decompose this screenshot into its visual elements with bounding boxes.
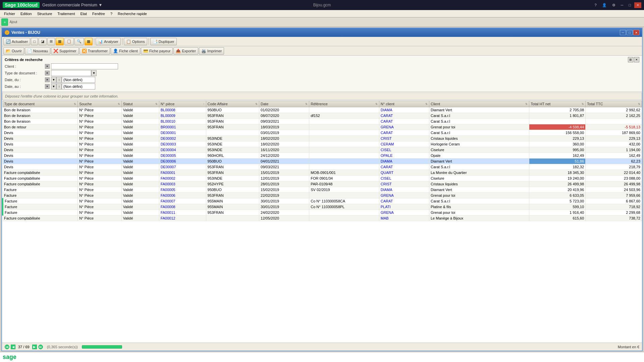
table-row[interactable]: Bon de livraisonN° PièceValidéBL00008950… <box>3 107 642 113</box>
piece-link[interactable]: DE00006 <box>161 159 176 163</box>
table-row[interactable]: DevisN° PièceValidéDE00005960HORL24/12/2… <box>3 153 642 159</box>
menu-structure[interactable]: Structure <box>35 11 55 16</box>
client-link[interactable]: CISEL <box>381 176 391 180</box>
col-header-npiece[interactable]: N° pièce↑ <box>159 101 206 107</box>
supprimer-btn[interactable]: ❌ Supprimer <box>51 47 79 55</box>
client-link[interactable]: OPALE <box>381 154 393 158</box>
client-link[interactable]: GRENA <box>381 193 394 197</box>
maximize-btn[interactable]: □ <box>627 2 633 8</box>
client-link[interactable]: MAB <box>381 216 389 220</box>
piece-link[interactable]: BL00009 <box>161 114 175 118</box>
client-link[interactable]: CERAM <box>381 142 394 146</box>
view-btn4[interactable]: ▦ <box>56 38 64 45</box>
table-row[interactable]: DevisN° PièceValidéDE0000103/01/2019CARA… <box>3 130 642 136</box>
col-header-ttc[interactable]: Total TTC⇅ <box>586 101 642 107</box>
table-row[interactable]: FactureN° PièceValidéFA00007955MAIN30/01… <box>3 198 642 204</box>
client-link[interactable]: CISEL <box>381 148 391 152</box>
dock-btn[interactable]: ⊞ <box>628 57 633 62</box>
col-header-client[interactable]: Client⇅ <box>429 101 529 107</box>
menu-edition[interactable]: Edition <box>18 11 35 16</box>
criteria-type-dropdown[interactable]: ▼ <box>91 70 97 76</box>
client-link[interactable]: QUART <box>381 171 393 175</box>
table-row[interactable]: Bon de livraisonN° PièceValidéBL00010953… <box>3 119 642 124</box>
nav-prev-btn[interactable]: ◀ <box>11 345 15 349</box>
criteria-date-from-clear[interactable]: ✕ <box>45 77 50 82</box>
piece-link[interactable]: FA00007 <box>161 199 175 203</box>
piece-link[interactable]: FA00003 <box>161 182 175 186</box>
win-minimize-btn[interactable]: ─ <box>620 30 626 35</box>
table-row[interactable]: Bon de livraisonN° PièceValidéBL00009953… <box>3 113 642 119</box>
col-header-souche[interactable]: Souche⇅ <box>78 101 122 107</box>
add-btn[interactable]: + <box>1 18 8 26</box>
table-row[interactable]: Facture comptabiliséeN° PièceValidéFA000… <box>3 216 642 221</box>
piece-link[interactable]: FA00002 <box>161 176 175 180</box>
piece-link[interactable]: BR00001 <box>161 125 176 129</box>
transformer-btn[interactable]: 🔀 Transformer <box>79 47 110 55</box>
menu-traitement[interactable]: Traitement <box>55 11 77 16</box>
imprimer-btn[interactable]: 🖨️ Imprimer <box>199 47 224 55</box>
view-btn5[interactable]: 📋 <box>64 38 74 45</box>
nav-last-btn[interactable]: ⏭ <box>38 345 43 349</box>
table-row[interactable]: FactureN° PièceValidéFA00005950BUO15/02/… <box>3 187 642 193</box>
criteria-date-from-dropdown[interactable]: ▼ <box>51 77 56 83</box>
table-row[interactable]: FactureN° PièceValidéFA00006953FRAN22/02… <box>3 193 642 198</box>
client-link[interactable]: CRIST <box>381 182 392 186</box>
table-row[interactable]: DevisN° PièceValidéDE00002953INDE18/02/2… <box>3 136 642 141</box>
client-link[interactable]: DIAMA <box>381 108 392 112</box>
analyser-btn[interactable]: 📊 Analyser <box>96 38 121 45</box>
col-header-statut[interactable]: Statut⇅ <box>121 101 159 107</box>
win-maximize-btn[interactable]: □ <box>627 30 633 35</box>
client-link[interactable]: PLATI <box>381 205 391 209</box>
piece-link[interactable]: BL00008 <box>161 108 175 112</box>
table-row[interactable]: Facture comptabiliséeN° PièceValidéFA000… <box>3 181 642 187</box>
nav-next-btn[interactable]: ▶ <box>32 345 37 349</box>
table-row[interactable]: Facture comptabiliséeN° PièceValidéFA000… <box>3 176 642 181</box>
client-link[interactable]: CARAT <box>381 199 393 203</box>
win-close-btn[interactable]: ✕ <box>633 30 639 35</box>
table-row[interactable]: DevisN° PièceValidéDE00004953INDE16/11/2… <box>3 147 642 153</box>
piece-link[interactable]: FA00012 <box>161 216 175 220</box>
client-link[interactable]: CRIST <box>381 136 392 140</box>
criteria-type-clear[interactable]: ✕ <box>45 71 50 75</box>
close-criteria-btn[interactable]: ✕ <box>634 57 639 62</box>
piece-link[interactable]: FA00008 <box>161 205 175 209</box>
col-header-nclient[interactable]: N° client⇅ <box>379 101 429 107</box>
menu-fichier[interactable]: Fichier <box>1 11 18 16</box>
piece-link[interactable]: DE00005 <box>161 154 176 158</box>
criteria-client-clear[interactable]: ✕ <box>45 64 50 69</box>
view-btn6[interactable]: 🔍 <box>74 38 84 45</box>
menu-fenetre[interactable]: Fenêtre <box>90 11 108 16</box>
menu-help[interactable]: ? <box>108 11 115 16</box>
col-header-affaire[interactable]: Code Affaire⇅ <box>206 101 259 107</box>
client-link[interactable]: CARAT <box>381 131 393 135</box>
client-link[interactable]: CARAT <box>381 119 393 123</box>
table-row[interactable]: Facture comptabiliséeN° PièceValidéFA000… <box>3 170 642 176</box>
criteria-date-to-clear[interactable]: ✕ <box>45 84 50 89</box>
client-link[interactable]: DIAMA <box>381 188 392 192</box>
col-header-date[interactable]: Date⇅ <box>259 101 309 107</box>
table-row[interactable]: DevisN° PièceValidéDE00003953INDE18/02/2… <box>3 141 642 147</box>
client-link[interactable]: GRENA <box>381 210 394 215</box>
piece-link[interactable]: DE00001 <box>161 131 176 135</box>
minimize-btn[interactable]: ─ <box>619 2 626 8</box>
criteria-date-to-dropdown[interactable]: ▼ <box>51 83 56 89</box>
options-btn[interactable]: 📋 Options <box>124 38 147 45</box>
menu-search[interactable]: Recherche rapide <box>115 11 150 16</box>
dupliquer-btn[interactable]: 📑 Dupliquer <box>150 38 177 45</box>
user-btn[interactable]: 👤 <box>600 2 609 8</box>
table-row[interactable]: Bon de retourN° PièceValidéBR00001953FRA… <box>3 124 642 130</box>
exporter-btn[interactable]: 📤 Exporter <box>173 47 198 55</box>
table-row[interactable]: DevisN° PièceValidéDE00007953FRAN09/03/2… <box>3 164 642 170</box>
criteria-client-input[interactable] <box>51 63 118 69</box>
client-link[interactable]: GRENA <box>381 125 394 129</box>
criteria-date-to-spin[interactable]: ⁞ <box>56 83 62 89</box>
suite-label[interactable]: Gestion commerciale Premium ▼ <box>42 3 102 7</box>
piece-link[interactable]: DE00004 <box>161 148 176 152</box>
criteria-date-from-spin[interactable]: ⁞ <box>56 77 62 83</box>
piece-link[interactable]: DE00003 <box>161 142 176 146</box>
table-row[interactable]: FactureN° PièceValidéFA00008955MAIN30/01… <box>3 204 642 210</box>
col-header-ref[interactable]: Référence⇅ <box>309 101 379 107</box>
menu-etat[interactable]: Etat <box>77 11 90 16</box>
close-app-btn[interactable]: ✕ <box>634 2 641 8</box>
view-btn3[interactable]: ⊞ <box>47 38 55 45</box>
